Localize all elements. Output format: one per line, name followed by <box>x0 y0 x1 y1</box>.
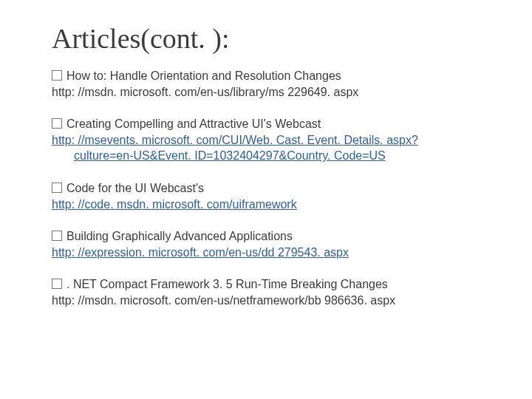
item-url[interactable]: http: //expression. microsoft. com/en-us… <box>52 246 349 259</box>
item-url[interactable]: http: //msevents. microsoft. com/CUI/Web… <box>52 134 418 146</box>
item-url: http: //msdn. microsoft. com/en-us/libra… <box>52 86 358 98</box>
item-url: http: //msdn. microsoft. com/en-us/netfr… <box>52 294 395 307</box>
bullet-icon <box>52 279 62 289</box>
item-heading: Creating Compelling and Attractive UI's … <box>66 117 321 130</box>
item-url-cont[interactable]: culture=en-US&Event. ID=1032404297&Count… <box>52 148 488 164</box>
list-item: Building Graphically Advanced Applicatio… <box>52 228 488 260</box>
list-item: Code for the UI Webcast's http: //code. … <box>52 180 488 212</box>
bullet-icon <box>52 118 62 129</box>
bullet-icon <box>52 183 62 193</box>
slide: Articles(cont. ): How to: Handle Orienta… <box>0 0 532 399</box>
item-heading: How to: Handle Orientation and Resolutio… <box>66 69 341 82</box>
list-item: . NET Compact Framework 3. 5 Run-Time Br… <box>52 276 488 308</box>
list-item: How to: Handle Orientation and Resolutio… <box>52 68 488 100</box>
bullet-icon <box>52 231 62 241</box>
bullet-icon <box>52 70 62 81</box>
item-url[interactable]: http: //code. msdn. microsoft. com/uifra… <box>52 198 297 211</box>
item-heading: . NET Compact Framework 3. 5 Run-Time Br… <box>66 278 388 290</box>
item-heading: Building Graphically Advanced Applicatio… <box>66 230 293 242</box>
slide-title: Articles(cont. ): <box>52 22 488 55</box>
list-item: Creating Compelling and Attractive UI's … <box>52 116 488 164</box>
item-heading: Code for the UI Webcast's <box>66 182 204 194</box>
